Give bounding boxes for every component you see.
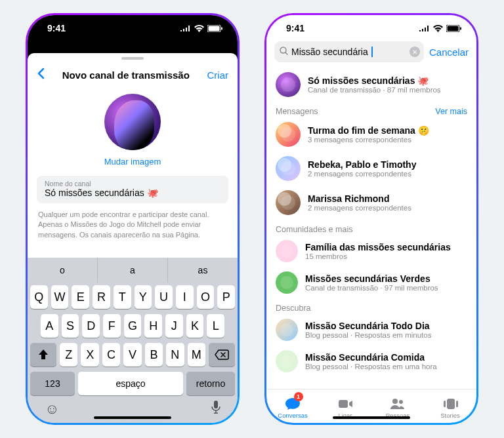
avatar bbox=[276, 190, 301, 215]
key-k[interactable]: K bbox=[186, 314, 204, 338]
svg-rect-3 bbox=[214, 401, 218, 408]
keyboard-suggestions: o a as bbox=[28, 258, 238, 283]
key-t[interactable]: T bbox=[114, 285, 131, 309]
home-indicator[interactable] bbox=[333, 416, 410, 419]
avatar bbox=[276, 156, 301, 181]
emoji-key[interactable]: ☺ bbox=[45, 401, 59, 418]
key-n[interactable]: N bbox=[166, 343, 184, 367]
message-result[interactable]: Turma do fim de semana 🤫3 mensagens corr… bbox=[276, 117, 467, 151]
chat-badge: 1 bbox=[294, 392, 303, 401]
key-m[interactable]: M bbox=[188, 343, 205, 367]
channel-name-field[interactable]: Nome do canal Só missões secundárias 🐙 bbox=[37, 176, 228, 203]
key-p[interactable]: P bbox=[217, 285, 235, 309]
create-button[interactable]: Criar bbox=[207, 70, 229, 81]
search-input[interactable]: Missão secundária ✕ bbox=[274, 41, 424, 62]
numbers-key[interactable]: 123 bbox=[30, 372, 75, 395]
home-indicator[interactable] bbox=[94, 416, 171, 419]
change-image-button[interactable]: Mudar imagem bbox=[28, 150, 238, 176]
key-z[interactable]: Z bbox=[60, 343, 77, 367]
key-x[interactable]: X bbox=[81, 343, 98, 367]
key-u[interactable]: U bbox=[155, 285, 173, 309]
key-i[interactable]: I bbox=[176, 285, 194, 309]
svg-rect-13 bbox=[444, 401, 446, 407]
key-a[interactable]: A bbox=[41, 314, 58, 338]
avatar bbox=[276, 271, 298, 294]
see-more-button[interactable]: Ver mais bbox=[435, 107, 467, 116]
search-value: Missão secundária bbox=[291, 47, 368, 57]
avatar bbox=[276, 122, 301, 147]
mic-key[interactable] bbox=[211, 401, 220, 418]
discover-result[interactable]: Missão Secundária Todo DiaBlog pessoal ·… bbox=[276, 314, 467, 346]
svg-rect-12 bbox=[447, 399, 455, 409]
svg-point-11 bbox=[399, 400, 403, 404]
status-time: 9:41 bbox=[286, 23, 304, 33]
key-o[interactable]: O bbox=[197, 285, 215, 309]
space-key[interactable]: espaço bbox=[78, 372, 183, 395]
key-c[interactable]: C bbox=[102, 343, 120, 367]
keyboard: o a as QWERTYUIOP ASDFGHJKL ZXCVBNM bbox=[28, 258, 238, 423]
status-time: 9:41 bbox=[47, 23, 66, 33]
channel-avatar[interactable] bbox=[104, 94, 161, 150]
svg-rect-1 bbox=[209, 26, 220, 31]
avatar bbox=[276, 319, 298, 341]
sheet-grabber[interactable] bbox=[28, 53, 238, 64]
search-icon bbox=[280, 47, 288, 57]
key-h[interactable]: H bbox=[144, 314, 162, 338]
key-f[interactable]: F bbox=[103, 314, 121, 338]
svg-rect-6 bbox=[460, 27, 461, 30]
key-w[interactable]: W bbox=[51, 285, 69, 309]
suggestion[interactable]: as bbox=[167, 258, 238, 283]
tab-chats[interactable]: 1 Conversas bbox=[266, 392, 319, 423]
field-value: Só missões secundárias bbox=[45, 188, 144, 198]
back-button[interactable] bbox=[37, 66, 45, 83]
phone-search: 9:41 Missão secundária ✕ Cancelar bbox=[264, 13, 478, 425]
svg-rect-2 bbox=[221, 27, 222, 30]
discover-result[interactable]: Missão Secundária ComidaBlog pessoal · R… bbox=[276, 346, 467, 377]
shift-key[interactable] bbox=[30, 343, 56, 367]
key-y[interactable]: Y bbox=[135, 285, 152, 309]
message-result[interactable]: Marissa Richmond2 mensagens corresponden… bbox=[276, 186, 467, 220]
avatar bbox=[276, 350, 298, 372]
page-title: Novo canal de transmissão bbox=[62, 70, 190, 81]
message-result[interactable]: Rebeka, Pablo e Timothy2 mensagens corre… bbox=[276, 151, 467, 186]
key-r[interactable]: R bbox=[93, 285, 110, 309]
suggestion[interactable]: a bbox=[97, 258, 167, 283]
suggestion[interactable]: o bbox=[28, 258, 97, 283]
key-j[interactable]: J bbox=[165, 314, 183, 338]
delete-key[interactable] bbox=[209, 343, 235, 367]
svg-line-8 bbox=[285, 52, 287, 54]
key-v[interactable]: V bbox=[123, 343, 141, 367]
svg-rect-5 bbox=[448, 26, 459, 31]
status-icons bbox=[180, 25, 223, 32]
key-b[interactable]: B bbox=[145, 343, 163, 367]
key-d[interactable]: D bbox=[82, 314, 100, 338]
key-s[interactable]: S bbox=[62, 314, 79, 338]
helper-text: Qualquer um pode encontrar e participar … bbox=[28, 203, 238, 240]
avatar bbox=[276, 240, 298, 262]
community-result[interactable]: Família das missões secundárias15 membro… bbox=[276, 235, 467, 267]
octopus-emoji: 🐙 bbox=[147, 188, 158, 198]
key-e[interactable]: E bbox=[72, 285, 89, 309]
search-top-result[interactable]: Só missões secundárias 🐙 Canal de transm… bbox=[276, 68, 467, 102]
status-bar: 9:41 bbox=[266, 15, 476, 41]
cancel-button[interactable]: Cancelar bbox=[429, 47, 469, 58]
field-label: Nome do canal bbox=[45, 180, 220, 188]
community-result[interactable]: Missões secundárias VerdesCanal de trans… bbox=[276, 267, 467, 298]
key-g[interactable]: G bbox=[124, 314, 142, 338]
svg-point-10 bbox=[392, 399, 398, 404]
svg-rect-9 bbox=[339, 400, 348, 408]
tab-stories[interactable]: Stories bbox=[424, 392, 476, 423]
status-icons bbox=[419, 25, 462, 32]
section-discover: Descubra bbox=[276, 304, 311, 313]
clear-search-button[interactable]: ✕ bbox=[410, 47, 420, 57]
return-key[interactable]: retorno bbox=[186, 372, 235, 395]
key-q[interactable]: Q bbox=[30, 285, 48, 309]
status-bar: 9:41 bbox=[28, 15, 238, 41]
key-l[interactable]: L bbox=[207, 314, 224, 338]
phone-create-channel: 9:41 Novo canal de transmissão Criar Mud… bbox=[26, 13, 240, 425]
section-messages: Mensagens bbox=[276, 107, 318, 116]
avatar bbox=[276, 72, 301, 97]
section-communities: Comunidades e mais bbox=[276, 225, 352, 234]
svg-rect-14 bbox=[456, 401, 458, 407]
